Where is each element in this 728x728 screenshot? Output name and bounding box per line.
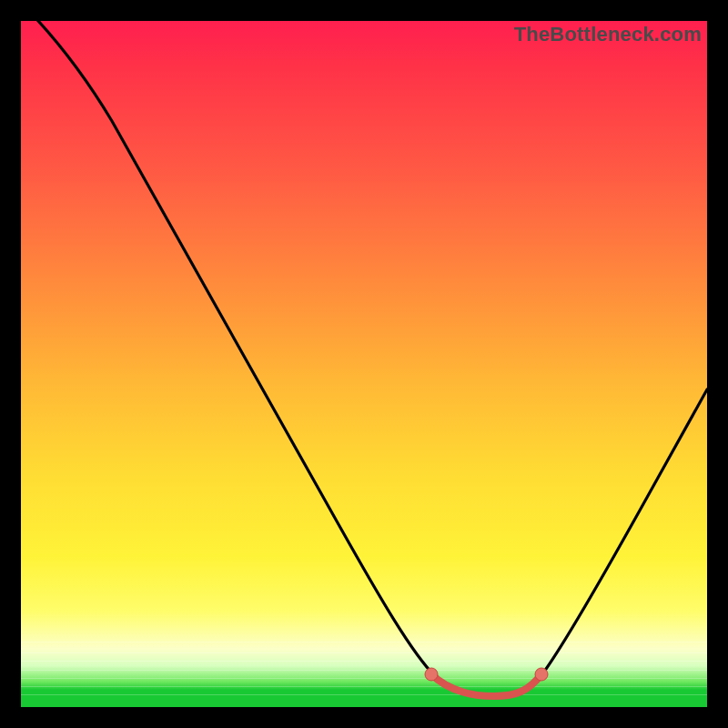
watermark-text: TheBottleneck.com (514, 23, 702, 46)
gradient-band-line (21, 642, 707, 642)
gradient-band-line (21, 694, 707, 695)
gradient-band-line (21, 678, 707, 679)
curve-min-end-dot (535, 668, 548, 681)
gradient-band-line (21, 661, 707, 662)
bottleneck-curve (21, 21, 707, 707)
gradient-band-line (21, 670, 707, 671)
gradient-band-line (21, 686, 707, 687)
curve-minimum-highlight (431, 674, 541, 696)
chart-plot-area: TheBottleneck.com (21, 21, 707, 707)
curve-path (21, 21, 707, 696)
curve-min-start-dot (425, 668, 438, 681)
chart-frame: TheBottleneck.com (0, 0, 728, 728)
gradient-band-line (21, 652, 707, 653)
